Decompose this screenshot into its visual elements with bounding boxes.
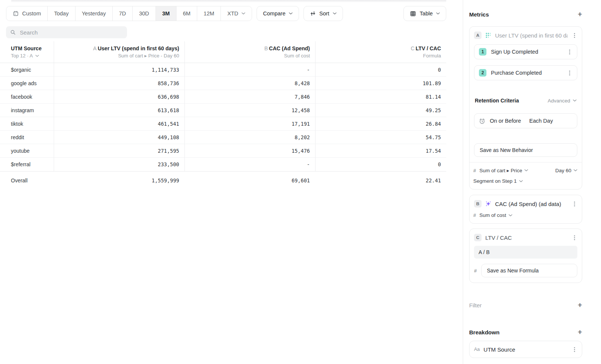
- header-divider: [11, 0, 446, 2]
- metric-card-a: A User LTV (spend in first 60 da... 1 Si…: [469, 26, 582, 190]
- retention-criteria-card[interactable]: On or Before Each Day: [474, 113, 577, 128]
- column-subtitle: Formula: [423, 53, 441, 59]
- chevron-down-icon: [436, 12, 440, 15]
- segment-dropdown[interactable]: Segment on Step 1: [473, 178, 523, 184]
- compare-button[interactable]: Compare: [257, 6, 299, 21]
- save-behavior-button[interactable]: Save as New Behavior: [474, 143, 577, 157]
- alarm-clock-icon: [479, 118, 485, 124]
- cell-value[interactable]: 15,476: [184, 144, 315, 158]
- add-filter-icon[interactable]: +: [578, 301, 582, 309]
- column-header-utm-source[interactable]: UTM Source Top 12 · A: [0, 41, 54, 63]
- kebab-menu-icon[interactable]: [571, 235, 577, 241]
- cell-value[interactable]: 12,458: [184, 104, 315, 117]
- aggregation-dropdown[interactable]: Sum of cart ▸ Price: [479, 167, 528, 173]
- row-label[interactable]: $organic: [0, 63, 54, 77]
- row-label[interactable]: tiktok: [0, 117, 54, 131]
- formula-input[interactable]: A / B: [474, 246, 577, 259]
- step-number-badge: 1: [479, 48, 486, 56]
- date-range-custom[interactable]: Custom: [6, 6, 47, 21]
- criteria-period[interactable]: Each Day: [529, 118, 553, 124]
- cell-value[interactable]: 461,541: [54, 117, 184, 131]
- column-subtitle: Sum of cart ▸ Price - Day 60: [118, 53, 179, 59]
- cell-value[interactable]: 17.54: [315, 144, 446, 158]
- overall-value: 22.41: [315, 171, 446, 189]
- add-breakdown-icon[interactable]: +: [578, 328, 582, 336]
- cell-value[interactable]: 449,108: [54, 131, 184, 144]
- date-range-30d[interactable]: 30D: [132, 6, 156, 21]
- numeric-hash-icon: #: [474, 268, 477, 274]
- metrics-title: Metrics: [469, 11, 489, 18]
- row-label[interactable]: instagram: [0, 104, 54, 117]
- cell-value[interactable]: 636,698: [54, 90, 184, 104]
- retention-criteria-title: Retention Criteria: [475, 98, 519, 104]
- column-title: User LTV (spend in first 60 days): [98, 45, 179, 51]
- row-label[interactable]: $referral: [0, 158, 54, 171]
- aggregation-dropdown[interactable]: Sum of cost: [479, 212, 512, 218]
- cell-value[interactable]: 233,500: [54, 158, 184, 171]
- kebab-menu-icon[interactable]: [571, 201, 577, 207]
- breakdown-item[interactable]: Aa UTM Source: [469, 341, 582, 358]
- kebab-menu-icon[interactable]: [566, 49, 572, 55]
- cell-value[interactable]: -: [184, 158, 315, 171]
- date-range-xtd[interactable]: XTD: [220, 6, 252, 21]
- cell-value[interactable]: 26.84: [315, 117, 446, 131]
- toolbar: Custom Today Yesterday 7D 30D 3M 6M 12M …: [6, 6, 446, 21]
- kebab-menu-icon[interactable]: [571, 346, 577, 352]
- window-dropdown[interactable]: Day 60: [555, 168, 577, 173]
- column-letter: A: [93, 45, 97, 51]
- column-header-a[interactable]: AUser LTV (spend in first 60 days) Sum o…: [54, 41, 184, 63]
- cell-value[interactable]: 271,595: [54, 144, 184, 158]
- date-range-3m[interactable]: 3M: [156, 6, 176, 21]
- column-header-c[interactable]: CLTV / CAC Formula: [315, 41, 446, 63]
- column-title: UTM Source: [11, 45, 42, 51]
- cell-value[interactable]: -: [184, 63, 315, 77]
- metric-letter-badge: C: [474, 234, 482, 241]
- step-item-2[interactable]: 2 Purchase Completed: [474, 65, 577, 80]
- query-sidebar: Metrics + A User LTV (spend in first 60 …: [463, 0, 601, 364]
- date-range-7d[interactable]: 7D: [112, 6, 133, 21]
- date-range-group: Custom Today Yesterday 7D 30D 3M 6M 12M …: [6, 6, 252, 21]
- save-formula-button[interactable]: Save as New Formula: [481, 264, 577, 277]
- step-item-1[interactable]: 1 Sign Up Completed: [474, 44, 577, 59]
- metric-c-header[interactable]: C LTV / CAC: [470, 229, 582, 241]
- date-range-12m[interactable]: 12M: [197, 6, 220, 21]
- kebab-menu-icon[interactable]: [571, 32, 577, 38]
- sort-button[interactable]: Sort: [304, 6, 343, 21]
- cell-value[interactable]: 8,428: [184, 77, 315, 90]
- date-range-6m[interactable]: 6M: [176, 6, 197, 21]
- column-subtitle: Top 12 · A: [11, 53, 33, 59]
- metric-b-header[interactable]: B CAC (Ad Spend) (ad data): [470, 195, 582, 208]
- add-metric-icon[interactable]: +: [578, 11, 582, 18]
- cell-value[interactable]: 81.14: [315, 90, 446, 104]
- retention-mode-dropdown[interactable]: Advanced: [548, 98, 577, 104]
- search-input[interactable]: [19, 29, 123, 36]
- row-label[interactable]: youtube: [0, 144, 54, 158]
- aggregation-row: # Sum of cart ▸ Price Day 60: [470, 162, 582, 173]
- chevron-down-icon: [289, 12, 293, 15]
- metric-a-header[interactable]: A User LTV (spend in first 60 da...: [470, 27, 582, 39]
- cell-value[interactable]: 17,191: [184, 117, 315, 131]
- kebab-menu-icon[interactable]: [566, 70, 572, 76]
- criteria-when[interactable]: On or Before: [490, 118, 521, 124]
- cell-value[interactable]: 49.25: [315, 104, 446, 117]
- date-range-yesterday[interactable]: Yesterday: [75, 6, 112, 21]
- cell-value[interactable]: 858,736: [54, 77, 184, 90]
- cell-value[interactable]: 7,846: [184, 90, 315, 104]
- behavior-dots-icon: [485, 32, 491, 38]
- date-range-today[interactable]: Today: [47, 6, 75, 21]
- cell-value[interactable]: 101.89: [315, 77, 446, 90]
- cell-value[interactable]: 0: [315, 158, 446, 171]
- row-label[interactable]: facebook: [0, 90, 54, 104]
- chevron-down-icon[interactable]: [35, 55, 39, 57]
- cell-value[interactable]: 0: [315, 63, 446, 77]
- cell-value[interactable]: 613,618: [54, 104, 184, 117]
- row-label[interactable]: google ads: [0, 77, 54, 90]
- cell-value[interactable]: 8,202: [184, 131, 315, 144]
- search-box: [6, 26, 127, 38]
- metric-title: CAC (Ad Spend) (ad data): [495, 201, 568, 207]
- cell-value[interactable]: 1,114,733: [54, 63, 184, 77]
- column-header-b[interactable]: BCAC (Ad Spend) Sum of cost: [184, 41, 315, 63]
- cell-value[interactable]: 54.75: [315, 131, 446, 144]
- row-label[interactable]: reddit: [0, 131, 54, 144]
- table-view-button[interactable]: Table: [403, 6, 446, 21]
